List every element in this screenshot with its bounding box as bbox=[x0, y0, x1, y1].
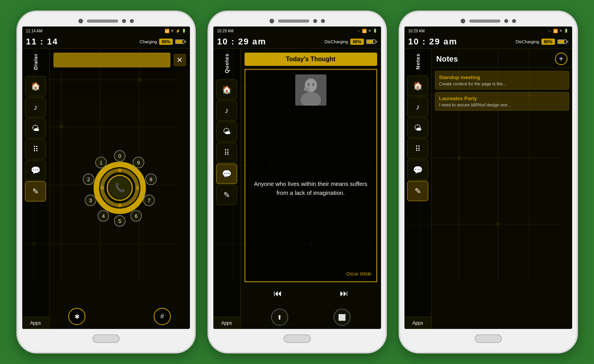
quotes-main-area: Today's Thought bbox=[241, 49, 381, 329]
sidebar-quotes-1[interactable]: 💬 bbox=[25, 160, 46, 180]
phone-top-bar-3 bbox=[404, 19, 572, 23]
phone-bottom-2 bbox=[284, 334, 311, 343]
svg-point-52 bbox=[312, 83, 314, 86]
status-bar-2: 10:29 AM ··· 📶 ✕ 🔋 bbox=[213, 27, 381, 35]
btn-dot-5 bbox=[504, 19, 508, 23]
big-time-1: 11 : 14 bbox=[26, 37, 59, 47]
status-time-1: 11:14 AM bbox=[26, 29, 43, 33]
sidebar-music-1[interactable]: ♪ bbox=[25, 97, 46, 117]
status-time-2: 10:29 AM bbox=[217, 29, 234, 33]
sidebar-grid-3[interactable]: ⠿ bbox=[407, 139, 428, 159]
apps-button-3[interactable]: Apps bbox=[404, 317, 431, 329]
note-title-1: Standup meeting bbox=[439, 74, 565, 80]
sidebar-notes-2[interactable]: ✎ bbox=[216, 185, 237, 205]
speaker-1 bbox=[87, 19, 118, 23]
btn-dot-3 bbox=[313, 19, 317, 23]
quote-text: Anyone who lives within their means suff… bbox=[250, 110, 372, 267]
svg-text:6: 6 bbox=[135, 213, 137, 219]
home-button-3[interactable] bbox=[475, 334, 502, 343]
status-bar-3: 10:29 AM ··· 📶 ✕ 🔋 bbox=[404, 27, 572, 35]
apps-button-1[interactable]: Apps bbox=[22, 317, 49, 329]
battery-icon-2: 🔋 bbox=[373, 29, 377, 33]
sidebar-music-3[interactable]: ♪ bbox=[407, 97, 428, 117]
big-time-3: 10 : 29 am bbox=[408, 37, 457, 47]
quote-controls: ⏮ ⏭ bbox=[245, 285, 377, 302]
sidebar-music-2[interactable]: ♪ bbox=[216, 101, 237, 121]
next-quote-btn[interactable]: ⏭ bbox=[340, 288, 348, 299]
hash-button[interactable]: # bbox=[154, 308, 171, 325]
note-item-1[interactable]: Standup meeting Create content for the p… bbox=[435, 71, 569, 90]
phone-bottom-3 bbox=[475, 334, 502, 343]
quote-author: Oscar Wilde bbox=[346, 271, 371, 277]
screen-content-2: Quotes 🏠 ♪ 🌤 ⠿ 💬 ✎ Apps Today's Thought bbox=[213, 49, 381, 329]
phone-dialer: 11:14 AM 📶 ✕ ⚡ 🔋 11 : 14 Charging 89% bbox=[16, 11, 196, 353]
svg-text:2: 2 bbox=[87, 177, 90, 182]
battery-icon-visual-3 bbox=[557, 39, 568, 44]
camera-dot-1 bbox=[78, 19, 83, 23]
camera-dot-3 bbox=[461, 19, 465, 23]
sidebar-notes-1[interactable]: ✎ bbox=[25, 181, 46, 201]
dialer-input-row: ✕ bbox=[50, 49, 190, 71]
sidebar-notes: Notes 🏠 ♪ 🌤 ⠿ 💬 ✎ Apps bbox=[404, 49, 432, 329]
dialer-wheel-container: 📞 0 9 8 7 bbox=[50, 71, 190, 304]
sidebar-label-notes: Notes bbox=[415, 49, 421, 74]
svg-text:8: 8 bbox=[149, 177, 152, 182]
sidebar-home-1[interactable]: 🏠 bbox=[25, 76, 46, 96]
svg-text:3: 3 bbox=[89, 198, 92, 203]
copy-btn[interactable]: ⬜ bbox=[333, 309, 351, 326]
sidebar-weather-2[interactable]: 🌤 bbox=[216, 122, 237, 142]
sidebar-label-quotes: Quotes bbox=[224, 49, 230, 78]
svg-text:0: 0 bbox=[118, 153, 121, 159]
notes-add-btn[interactable]: + bbox=[555, 53, 567, 65]
sidebar-weather-3[interactable]: 🌤 bbox=[407, 118, 428, 138]
sidebar-nav-notes: 🏠 ♪ 🌤 ⠿ 💬 ✎ bbox=[404, 74, 431, 317]
battery-x-icon-1: ✕ bbox=[171, 29, 174, 33]
note-item-2[interactable]: Laureates Party I need to secure b80%of … bbox=[435, 92, 569, 111]
sidebar-quotes-3[interactable]: 💬 bbox=[407, 160, 428, 180]
quote-card: Anyone who lives within their means suff… bbox=[245, 69, 377, 282]
sidebar-quotes: Quotes 🏠 ♪ 🌤 ⠿ 💬 ✎ Apps bbox=[213, 49, 241, 329]
svg-text:5: 5 bbox=[118, 218, 121, 224]
dialer-clear-btn[interactable]: ✕ bbox=[174, 54, 186, 66]
dialer-input-field[interactable] bbox=[53, 53, 170, 67]
battery-badge-1: 89% bbox=[159, 39, 172, 45]
home-button-1[interactable] bbox=[92, 334, 120, 343]
sidebar-grid-2[interactable]: ⠿ bbox=[216, 143, 237, 163]
battery-icon-visual-1 bbox=[175, 39, 186, 44]
svg-point-36 bbox=[119, 165, 121, 167]
sidebar-weather-1[interactable]: 🌤 bbox=[25, 118, 46, 138]
note-title-2: Laureates Party bbox=[439, 95, 565, 101]
screen-quotes: 10:29 AM ··· 📶 ✕ 🔋 10 : 29 am DisChargin… bbox=[213, 27, 381, 329]
battery-info-3: DisCharging 80% bbox=[516, 39, 568, 45]
sidebar-quotes-2[interactable]: 💬 bbox=[216, 164, 237, 184]
sidebar-home-3[interactable]: 🏠 bbox=[407, 76, 428, 96]
share-btn[interactable]: ⬆ bbox=[271, 309, 288, 326]
wifi-icon-1: 📶 bbox=[165, 29, 169, 33]
dots-icon-2: ··· bbox=[357, 29, 360, 33]
dialer-main-area: ✕ bbox=[50, 49, 190, 329]
notes-header: Notes + bbox=[432, 49, 572, 68]
speaker-3 bbox=[469, 19, 500, 23]
sidebar-notes-3[interactable]: ✎ bbox=[407, 181, 428, 201]
battery-icon-1: 🔋 bbox=[182, 29, 186, 33]
notes-list: Standup meeting Create content for the p… bbox=[432, 68, 572, 329]
phone-bottom-1 bbox=[92, 334, 120, 343]
svg-text:9: 9 bbox=[137, 160, 140, 166]
charging-label-2: DisCharging bbox=[324, 39, 348, 44]
sidebar-grid-1[interactable]: ⠿ bbox=[25, 139, 46, 159]
phone-notes: 10:29 AM ··· 📶 ✕ 🔋 10 : 29 am DisChargin… bbox=[399, 11, 578, 353]
sidebar-home-2[interactable]: 🏠 bbox=[216, 80, 237, 100]
dots-icon-3: ··· bbox=[548, 29, 551, 33]
battery-badge-3: 80% bbox=[541, 39, 555, 45]
dialer-wheel-svg: 📞 0 9 8 7 bbox=[73, 141, 167, 235]
svg-point-37 bbox=[140, 187, 143, 189]
apps-button-2[interactable]: Apps bbox=[213, 317, 240, 329]
home-button-2[interactable] bbox=[284, 334, 311, 343]
big-time-2: 10 : 29 am bbox=[217, 37, 266, 47]
sidebar-nav-dialer: 🏠 ♪ 🌤 ⠿ 💬 ✎ bbox=[22, 74, 49, 317]
charging-label-1: Charging bbox=[140, 39, 157, 44]
star-button[interactable]: ✱ bbox=[68, 308, 85, 325]
btn-dot-2 bbox=[130, 19, 134, 23]
prev-quote-btn[interactable]: ⏮ bbox=[273, 288, 282, 299]
notes-title: Notes bbox=[436, 55, 458, 64]
